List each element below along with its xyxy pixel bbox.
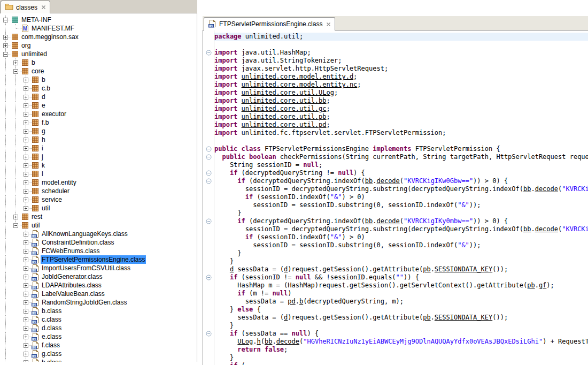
tree-item-label[interactable]: b.class — [41, 307, 63, 315]
tree-item[interactable]: b — [0, 58, 197, 67]
tree-item-label[interactable]: scheduler — [41, 187, 71, 195]
tree-item[interactable]: util — [0, 204, 197, 212]
fold-collapse-icon[interactable] — [203, 273, 214, 282]
expand-plus-icon[interactable] — [24, 172, 28, 177]
expand-plus-icon[interactable] — [24, 292, 28, 296]
fold-collapse-icon[interactable] — [203, 330, 214, 338]
expand-plus-icon[interactable] — [24, 240, 28, 245]
expand-plus-icon[interactable] — [24, 309, 28, 314]
tree-item-label[interactable]: b — [41, 75, 47, 84]
tree-item-label[interactable]: com.megginson.sax — [20, 33, 80, 41]
expand-plus-icon[interactable] — [24, 86, 28, 91]
expand-plus-icon[interactable] — [24, 275, 28, 279]
expand-plus-icon[interactable] — [24, 155, 28, 159]
tree-item[interactable]: 010f.class — [0, 341, 197, 349]
expand-plus-icon[interactable] — [24, 163, 28, 168]
expand-plus-icon[interactable] — [24, 197, 28, 202]
tree-item-label[interactable]: rest — [30, 212, 43, 221]
tree-item[interactable]: 010LabelValueBean.class — [0, 290, 197, 298]
tree-item[interactable]: 010b.class — [0, 307, 197, 315]
expand-plus-icon[interactable] — [24, 146, 28, 151]
expand-plus-icon[interactable] — [24, 112, 28, 117]
fold-collapse-icon[interactable] — [203, 169, 214, 177]
tree-item-label[interactable]: core — [30, 67, 45, 75]
expand-plus-icon[interactable] — [24, 95, 28, 100]
tree-item-label[interactable]: f.b — [41, 118, 50, 127]
tree-item[interactable]: 010e.class — [0, 332, 197, 341]
code-editor[interactable]: package unlimited.util;import java.util.… — [214, 31, 588, 365]
tree-item-label[interactable]: LDAPAttributes.class — [41, 281, 103, 290]
close-icon[interactable] — [41, 5, 46, 10]
expand-plus-icon[interactable] — [24, 257, 28, 262]
expand-plus-icon[interactable] — [24, 352, 28, 356]
expand-plus-icon[interactable] — [24, 189, 28, 194]
fold-collapse-icon[interactable] — [203, 217, 214, 225]
tree-item[interactable]: i — [0, 144, 197, 153]
tree-item-label[interactable]: AllKnownLanguageKeys.class — [41, 230, 129, 238]
tree-item[interactable]: d — [0, 93, 197, 101]
tree-item[interactable]: 010d.class — [0, 324, 197, 332]
expand-plus-icon[interactable] — [24, 78, 28, 82]
tree-item[interactable]: h — [0, 135, 197, 144]
tree-item[interactable]: 010ImportUsersFromCSVUtil.class — [0, 264, 197, 272]
tree-item-label[interactable]: model.entity — [41, 178, 78, 187]
collapse-minus-icon[interactable] — [3, 18, 8, 22]
fold-gutter[interactable] — [203, 31, 214, 365]
tree-item[interactable]: j — [0, 153, 197, 161]
tree-item-label[interactable]: util — [41, 204, 51, 212]
tree-item[interactable]: g — [0, 127, 197, 135]
fold-collapse-icon[interactable] — [203, 153, 214, 161]
tree-item-label[interactable]: service — [41, 195, 63, 204]
tree-item-label[interactable]: unlimited — [20, 50, 48, 58]
expand-plus-icon[interactable] — [24, 103, 28, 108]
tree-item[interactable]: 010JobIdGenerator.class — [0, 272, 197, 281]
tree-item-label[interactable]: g.class — [41, 349, 63, 358]
tree-item[interactable]: META-INF — [0, 16, 197, 24]
close-icon[interactable] — [326, 22, 331, 27]
expand-plus-icon[interactable] — [24, 343, 28, 348]
expand-plus-icon[interactable] — [24, 206, 28, 211]
tree-item[interactable]: service — [0, 195, 197, 204]
tree-item-label[interactable]: l — [41, 170, 44, 178]
tree-item-label[interactable]: e.class — [41, 332, 63, 341]
expand-plus-icon[interactable] — [24, 266, 28, 271]
tree-item[interactable]: k — [0, 161, 197, 170]
tree-item[interactable]: scheduler — [0, 187, 197, 195]
collapse-minus-icon[interactable] — [13, 223, 18, 228]
tree-item-label[interactable]: util — [30, 221, 41, 230]
tree-item-label[interactable]: i — [41, 144, 44, 153]
tree-item-label[interactable]: c.b — [41, 84, 51, 93]
tree-item-label[interactable]: RandomStringJobIdGen.class — [41, 298, 128, 307]
tree-item[interactable]: l — [0, 170, 197, 178]
tab-editor[interactable]: 010 FTPServletPermissionsEngine.class — [204, 17, 335, 31]
tree-item-label[interactable]: h.class — [41, 358, 63, 362]
tree-item-label[interactable]: org — [20, 41, 32, 50]
tree-item[interactable]: org — [0, 41, 197, 50]
tree-item[interactable]: b — [0, 75, 197, 84]
expand-plus-icon[interactable] — [24, 129, 28, 134]
tree-item-label[interactable]: MANIFEST.MF — [30, 24, 75, 33]
tree-item[interactable]: unlimited — [0, 50, 197, 58]
tree-item-label[interactable]: e — [41, 101, 47, 110]
tree-item[interactable]: e — [0, 101, 197, 110]
tree-item[interactable]: f.b — [0, 118, 197, 127]
tree-item[interactable]: 010h.class — [0, 358, 197, 362]
tree-item-label[interactable]: k — [41, 161, 46, 170]
tree-item-label[interactable]: META-INF — [20, 16, 52, 24]
tree-item[interactable]: c.b — [0, 84, 197, 93]
tree-item-label[interactable]: f.class — [41, 341, 61, 349]
expand-plus-icon[interactable] — [24, 120, 28, 125]
expand-plus-icon[interactable] — [24, 249, 28, 254]
expand-plus-icon[interactable] — [24, 300, 28, 305]
tree-item[interactable]: MMANIFEST.MF — [0, 24, 197, 33]
tree-item-label[interactable]: ConstraintDefinition.class — [41, 238, 115, 247]
tree-item[interactable]: rest — [0, 212, 197, 221]
splitter-handle[interactable] — [198, 0, 203, 365]
expand-plus-icon[interactable] — [24, 334, 28, 339]
tree-item-label[interactable]: JobIdGenerator.class — [41, 272, 103, 281]
package-tree[interactable]: META-INFMMANIFEST.MFcom.megginson.saxorg… — [0, 13, 197, 362]
collapse-minus-icon[interactable] — [3, 52, 8, 57]
tree-item-label[interactable]: d.class — [41, 324, 63, 332]
expand-plus-icon[interactable] — [24, 232, 28, 237]
tree-item[interactable]: model.entity — [0, 178, 197, 187]
